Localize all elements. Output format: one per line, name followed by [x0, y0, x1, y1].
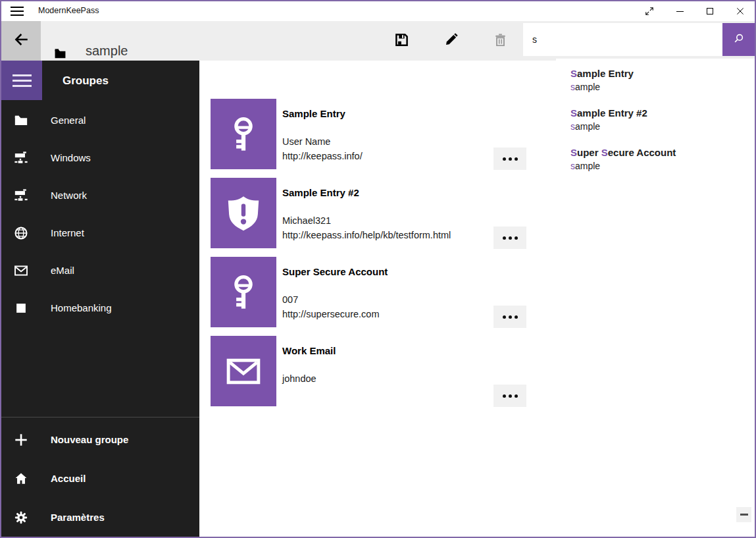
entry-tile — [211, 99, 276, 169]
sidebar: Groupes General Windows Network Internet… — [1, 61, 199, 537]
sidebar-item-label: Network — [51, 190, 87, 201]
fullscreen-button[interactable] — [634, 1, 665, 21]
app-title: ModernKeePass — [38, 6, 99, 15]
search-icon — [732, 32, 745, 47]
sidebar-hamburger-button[interactable] — [1, 61, 42, 100]
sidebar-action-param-tres[interactable]: Paramètres — [1, 498, 199, 537]
appbar: sample — [1, 21, 755, 61]
minimize-button[interactable] — [665, 1, 695, 21]
suggestion-title: Super Secure Account — [570, 146, 755, 159]
search-suggestions: Sample Entry sample Sample Entry #2 samp… — [556, 59, 755, 192]
sidebar-item-label: Paramètres — [51, 512, 105, 523]
maximize-icon — [707, 8, 713, 14]
sidebar-groups: General Windows Network Internet eMail H… — [1, 101, 199, 327]
titlebar-hamburger-icon[interactable] — [11, 7, 24, 16]
sidebar-divider — [1, 417, 199, 417]
sidebar-item-label: Internet — [51, 227, 84, 238]
save-button[interactable] — [386, 25, 417, 57]
sidebar-action-accueil[interactable]: Accueil — [1, 459, 199, 498]
more-button[interactable] — [493, 306, 526, 328]
back-button[interactable] — [1, 21, 41, 61]
sidebar-item-label: Windows — [51, 152, 91, 163]
close-icon — [736, 7, 745, 16]
sidebar-group-network[interactable]: Network — [1, 176, 199, 214]
search-input[interactable] — [523, 23, 722, 56]
sidebar-group-windows[interactable]: Windows — [1, 139, 199, 176]
entry-tile — [211, 178, 276, 248]
globe-icon — [14, 226, 28, 240]
entry-tile — [211, 336, 276, 406]
edit-button[interactable] — [436, 25, 467, 57]
sidebar-actions: Nouveau groupe Accueil Paramètres — [1, 420, 199, 537]
suggestion-subtitle: sample — [570, 159, 755, 173]
entry-title: Work Email — [282, 344, 336, 358]
maximize-button[interactable] — [695, 1, 725, 21]
trash-icon — [493, 32, 508, 50]
entry-url: http://supersecure.com — [282, 308, 380, 321]
search-button[interactable] — [722, 23, 755, 56]
database-title: sample — [86, 43, 128, 59]
entry-row[interactable]: Super Secure Account 007 http://supersec… — [211, 257, 546, 327]
search-suggestion[interactable]: Super Secure Account sample — [570, 146, 755, 173]
entry-username: johndoe — [282, 372, 316, 385]
sidebar-group-internet[interactable]: Internet — [1, 214, 199, 252]
close-button[interactable] — [725, 1, 755, 21]
network-icon — [14, 151, 28, 165]
key-icon — [224, 115, 263, 153]
sidebar-group-email[interactable]: eMail — [1, 252, 199, 289]
minus-icon — [740, 514, 748, 516]
search-suggestion[interactable]: Sample Entry sample — [570, 67, 755, 94]
sidebar-item-label: eMail — [51, 265, 74, 276]
search-suggestion[interactable]: Sample Entry #2 sample — [570, 107, 755, 133]
shield-alert-icon — [222, 192, 265, 234]
entry-title: Sample Entry #2 — [282, 186, 359, 200]
folder-icon — [14, 113, 28, 128]
back-arrow-icon — [13, 31, 30, 51]
more-button[interactable] — [493, 227, 526, 249]
sidebar-item-label: Homebanking — [51, 302, 112, 313]
suggestion-subtitle: sample — [570, 120, 755, 133]
entry-row[interactable]: Work Email johndoe — [211, 336, 546, 406]
entry-row[interactable]: Sample Entry User Name http://keepass.in… — [211, 99, 546, 169]
envelope-icon — [14, 263, 28, 278]
more-button[interactable] — [493, 385, 526, 407]
entry-username: User Name — [282, 135, 330, 148]
more-button[interactable] — [493, 148, 526, 170]
entry-url: http://keepass.info/ — [282, 149, 363, 163]
entry-username: 007 — [282, 293, 298, 306]
home-icon — [14, 471, 28, 486]
zoom-out-button[interactable] — [736, 507, 751, 522]
titlebar: ModernKeePass — [1, 1, 755, 21]
gear-icon — [14, 510, 28, 525]
entry-title: Super Secure Account — [282, 265, 388, 279]
app-window: ModernKeePass sample — [0, 0, 756, 538]
minimize-icon — [676, 11, 684, 12]
envelope-icon — [225, 353, 262, 390]
entry-row[interactable]: Sample Entry #2 Michael321 http://keepas… — [211, 178, 546, 248]
sidebar-action-nouveau-groupe[interactable]: Nouveau groupe — [1, 420, 199, 459]
sidebar-group-homebanking[interactable]: Homebanking — [1, 289, 199, 327]
sidebar-group-general[interactable]: General — [1, 101, 199, 139]
network-icon — [14, 188, 28, 203]
database-folder-icon — [54, 48, 66, 62]
suggestion-subtitle: sample — [570, 80, 755, 94]
entry-username: Michael321 — [282, 214, 331, 227]
sidebar-item-label: Accueil — [51, 473, 86, 484]
suggestion-title: Sample Entry — [570, 67, 755, 80]
fullscreen-icon — [645, 7, 654, 16]
square-icon — [14, 301, 28, 315]
entry-tile — [211, 257, 276, 327]
hamburger-icon — [13, 74, 32, 87]
entry-title: Sample Entry — [282, 107, 345, 121]
delete-button[interactable] — [484, 25, 516, 57]
entry-url: http://keepass.info/help/kb/testform.htm… — [282, 229, 451, 242]
suggestion-title: Sample Entry #2 — [570, 107, 755, 120]
groups-heading: Groupes — [63, 74, 109, 88]
pencil-icon — [443, 32, 459, 50]
sidebar-item-label: General — [51, 115, 86, 126]
sidebar-item-label: Nouveau groupe — [51, 434, 128, 445]
key-icon — [224, 273, 263, 311]
plus-icon — [14, 433, 28, 447]
save-icon — [393, 32, 410, 51]
